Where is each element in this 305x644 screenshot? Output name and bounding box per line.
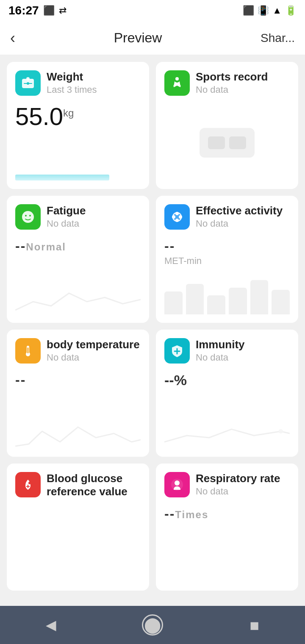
immunity-icon: [164, 338, 190, 364]
respiratory-title: Respiratory rate: [196, 472, 280, 485]
sports-placeholder-shape: [200, 128, 255, 158]
vibrate-icon: 📳: [258, 5, 269, 16]
back-nav-button[interactable]: ◀: [34, 608, 68, 642]
svg-rect-6: [229, 136, 246, 149]
svg-point-15: [175, 219, 179, 222]
svg-point-12: [172, 215, 175, 219]
bar-5: [250, 280, 269, 314]
temperature-value: --: [15, 372, 141, 388]
fatigue-title-block: Fatigue No data: [47, 204, 86, 229]
temperature-card-header: body temperature No data: [15, 338, 141, 364]
respiratory-title-block: Respiratory rate No data: [196, 472, 280, 497]
svg-rect-5: [208, 136, 225, 149]
home-nav-icon: ⬤: [142, 614, 163, 636]
back-button[interactable]: ‹: [10, 29, 15, 47]
status-bar: 16:27 ⬛ ⇄ ⬛ 📳 ▲ 🔋: [0, 0, 305, 21]
blood-glucose-card-header: Blood glucose reference value: [15, 472, 141, 499]
weight-title: Weight: [47, 70, 97, 83]
page-title: Preview: [114, 30, 162, 46]
immunity-title: Immunity: [196, 338, 245, 351]
sync-icon: ⇄: [59, 5, 67, 16]
cards-grid: Weight Last 3 times 55.0kg Sports record: [0, 55, 305, 606]
weight-card-header: Weight Last 3 times: [15, 70, 141, 96]
svg-point-4: [175, 77, 179, 80]
effective-activity-card[interactable]: Effective activity No data -- MET-min: [156, 196, 298, 323]
svg-point-8: [25, 215, 27, 217]
svg-point-9: [29, 215, 31, 217]
activity-card-header: Effective activity No data: [164, 204, 290, 230]
recent-nav-button[interactable]: ◼: [237, 608, 271, 642]
bottom-navigation: ◀ ⬤ ◼: [0, 606, 305, 644]
svg-point-22: [28, 482, 31, 484]
svg-rect-18: [28, 347, 29, 353]
sports-card-header: Sports record No data: [164, 70, 290, 96]
sports-title: Sports record: [196, 70, 268, 83]
wifi-icon: ▲: [272, 5, 282, 16]
svg-point-13: [179, 215, 182, 219]
bar-6: [272, 290, 290, 315]
svg-point-26: [175, 480, 180, 486]
back-nav-icon: ◀: [46, 617, 56, 633]
status-left: 16:27 ⬛ ⇄: [8, 4, 67, 17]
fatigue-card[interactable]: Fatigue No data --Normal: [7, 196, 149, 323]
weight-chart: [15, 159, 141, 180]
status-right: ⬛ 📳 ▲ 🔋: [243, 5, 297, 16]
immunity-subtitle: No data: [196, 352, 245, 363]
home-nav-button[interactable]: ⬤: [136, 608, 169, 642]
respiratory-value: --Times: [164, 506, 290, 522]
respiratory-icon: [164, 472, 190, 497]
weight-card[interactable]: Weight Last 3 times 55.0kg: [7, 62, 149, 189]
temperature-title: body temperature: [47, 338, 140, 351]
fatigue-value: --Normal: [15, 238, 141, 254]
met-label: MET-min: [164, 255, 290, 266]
immunity-chart: [164, 414, 290, 448]
temperature-subtitle: No data: [47, 352, 140, 363]
immunity-card-header: Immunity No data: [164, 338, 290, 364]
temperature-title-block: body temperature No data: [47, 338, 140, 363]
share-button[interactable]: Shar...: [261, 31, 295, 45]
bar-1: [164, 291, 183, 314]
activity-title-block: Effective activity No data: [196, 204, 283, 229]
temperature-icon: [15, 338, 41, 364]
bar-2: [186, 284, 204, 314]
activity-chart: [164, 272, 290, 314]
svg-point-1: [26, 77, 30, 80]
fatigue-subtitle: No data: [47, 218, 86, 229]
recent-nav-icon: ◼: [250, 618, 259, 632]
sports-subtitle: No data: [196, 84, 268, 95]
svg-point-21: [279, 429, 283, 433]
sports-no-data-placeholder: [164, 105, 290, 180]
sports-icon: [164, 70, 190, 96]
respiratory-rate-card[interactable]: Respiratory rate No data --Times: [156, 464, 298, 591]
fatigue-card-header: Fatigue No data: [15, 204, 141, 230]
weight-title-block: Weight Last 3 times: [47, 70, 97, 95]
fatigue-title: Fatigue: [47, 204, 86, 217]
weight-subtitle: Last 3 times: [47, 84, 97, 95]
immunity-value: --%: [164, 372, 290, 389]
svg-point-7: [22, 211, 34, 223]
svg-point-3: [27, 82, 29, 85]
temperature-card[interactable]: body temperature No data --: [7, 330, 149, 457]
sports-card[interactable]: Sports record No data: [156, 62, 298, 189]
fatigue-chart: [15, 280, 141, 314]
bar-3: [207, 295, 225, 314]
immunity-card[interactable]: Immunity No data --%: [156, 330, 298, 457]
activity-title: Effective activity: [196, 204, 283, 217]
blood-glucose-title: Blood glucose reference value: [47, 472, 141, 498]
svg-point-14: [175, 212, 179, 215]
respiratory-subtitle: No data: [196, 486, 280, 497]
nav-bar: ‹ Preview Shar...: [0, 21, 305, 55]
blood-glucose-title-block: Blood glucose reference value: [47, 472, 141, 499]
activity-icon: [164, 204, 190, 230]
blood-glucose-icon: [15, 472, 41, 497]
activity-subtitle: No data: [196, 218, 283, 229]
status-time: 16:27: [8, 4, 39, 17]
weight-icon: [15, 70, 41, 96]
weight-value: 55.0kg: [15, 104, 141, 129]
cast-icon: ⬛: [243, 5, 254, 16]
respiratory-card-header: Respiratory rate No data: [164, 472, 290, 497]
blood-glucose-card[interactable]: Blood glucose reference value: [7, 464, 149, 591]
immunity-title-block: Immunity No data: [196, 338, 245, 363]
temperature-chart: [15, 414, 141, 448]
stop-icon: ⬛: [43, 5, 55, 16]
